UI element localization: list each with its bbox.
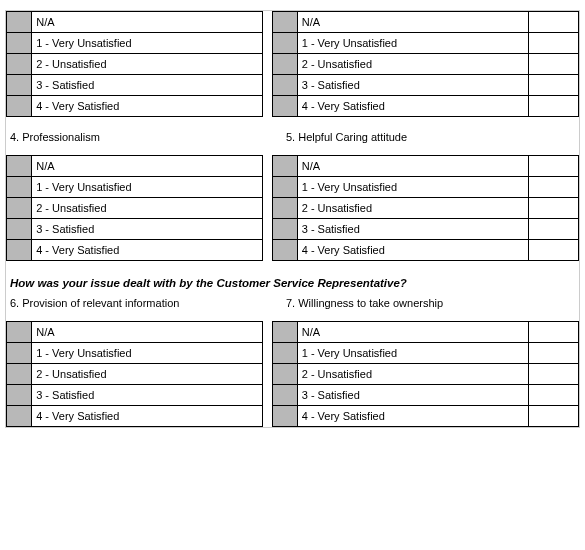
rating-label: 3 - Satisfied: [32, 219, 263, 240]
rating-checkbox[interactable]: [272, 54, 297, 75]
rating-label: 2 - Unsatisfied: [297, 54, 528, 75]
question-6: 6. Provision of relevant information: [10, 297, 286, 309]
table-gap: [263, 322, 272, 343]
rating-checkbox[interactable]: [7, 75, 32, 96]
rating-label: 1 - Very Unsatisfied: [297, 343, 528, 364]
table-extra: [528, 54, 578, 75]
rating-checkbox[interactable]: [272, 177, 297, 198]
rating-checkbox[interactable]: [272, 364, 297, 385]
rating-checkbox[interactable]: [272, 96, 297, 117]
rating-label: N/A: [297, 156, 528, 177]
rating-checkbox[interactable]: [7, 240, 32, 261]
table-extra: [528, 12, 578, 33]
rating-label: 3 - Satisfied: [32, 75, 263, 96]
rating-checkbox[interactable]: [7, 96, 32, 117]
rating-label: 2 - Unsatisfied: [32, 364, 263, 385]
table-row: N/A N/A: [7, 156, 579, 177]
rating-checkbox[interactable]: [272, 12, 297, 33]
table-extra: [528, 343, 578, 364]
rating-checkbox[interactable]: [272, 406, 297, 427]
rating-checkbox[interactable]: [7, 343, 32, 364]
rating-label: 1 - Very Unsatisfied: [32, 33, 263, 54]
table-gap: [263, 385, 272, 406]
rating-checkbox[interactable]: [7, 385, 32, 406]
rating-checkbox[interactable]: [7, 156, 32, 177]
table-extra: [528, 364, 578, 385]
table-row: 3 - Satisfied 3 - Satisfied: [7, 219, 579, 240]
table-gap: [263, 364, 272, 385]
question-7: 7. Willingness to take ownership: [286, 297, 575, 309]
table-extra: [528, 322, 578, 343]
table-row: 2 - Unsatisfied 2 - Unsatisfied: [7, 54, 579, 75]
table-gap: [263, 12, 272, 33]
table-gap: [263, 406, 272, 427]
question-4: 4. Professionalism: [10, 131, 286, 143]
rating-label: 3 - Satisfied: [32, 385, 263, 406]
table-extra: [528, 219, 578, 240]
rating-table-pair-2: N/A N/A 1 - Very Unsatisfied 1 - Very Un…: [6, 155, 579, 261]
rating-table-pair-3: N/A N/A 1 - Very Unsatisfied 1 - Very Un…: [6, 321, 579, 427]
rating-label: 3 - Satisfied: [297, 75, 528, 96]
rating-label: 4 - Very Satisfied: [297, 406, 528, 427]
table-extra: [528, 156, 578, 177]
rating-checkbox[interactable]: [272, 343, 297, 364]
table-row: 4 - Very Satisfied 4 - Very Satisfied: [7, 240, 579, 261]
rating-label: 4 - Very Satisfied: [32, 240, 263, 261]
rating-checkbox[interactable]: [272, 33, 297, 54]
rating-label: 4 - Very Satisfied: [32, 406, 263, 427]
rating-label: 2 - Unsatisfied: [297, 198, 528, 219]
table-gap: [263, 198, 272, 219]
table-gap: [263, 156, 272, 177]
rating-checkbox[interactable]: [7, 198, 32, 219]
table-row: 2 - Unsatisfied 2 - Unsatisfied: [7, 198, 579, 219]
question-row-4-5: 4. Professionalism 5. Helpful Caring att…: [6, 117, 579, 155]
table-extra: [528, 96, 578, 117]
table-gap: [263, 75, 272, 96]
rating-checkbox[interactable]: [7, 177, 32, 198]
rating-label: 3 - Satisfied: [297, 385, 528, 406]
question-row-6-7: 6. Provision of relevant information 7. …: [6, 293, 579, 321]
rating-label: 4 - Very Satisfied: [32, 96, 263, 117]
rating-checkbox[interactable]: [7, 364, 32, 385]
rating-label: 1 - Very Unsatisfied: [32, 177, 263, 198]
table-gap: [263, 177, 272, 198]
table-extra: [528, 75, 578, 96]
rating-checkbox[interactable]: [7, 322, 32, 343]
table-extra: [528, 240, 578, 261]
table-row: N/A N/A: [7, 322, 579, 343]
rating-label: 2 - Unsatisfied: [32, 54, 263, 75]
rating-label: N/A: [297, 322, 528, 343]
rating-checkbox[interactable]: [272, 385, 297, 406]
table-gap: [263, 219, 272, 240]
rating-label: 2 - Unsatisfied: [32, 198, 263, 219]
rating-checkbox[interactable]: [7, 219, 32, 240]
rating-checkbox[interactable]: [272, 219, 297, 240]
table-row: 4 - Very Satisfied 4 - Very Satisfied: [7, 406, 579, 427]
rating-checkbox[interactable]: [272, 198, 297, 219]
table-row: 2 - Unsatisfied 2 - Unsatisfied: [7, 364, 579, 385]
table-row: 1 - Very Unsatisfied 1 - Very Unsatisfie…: [7, 343, 579, 364]
rating-checkbox[interactable]: [272, 156, 297, 177]
table-row: 4 - Very Satisfied 4 - Very Satisfied: [7, 96, 579, 117]
rating-table-pair-1: N/A N/A 1 - Very Unsatisfied 1 - Very Un…: [6, 11, 579, 117]
table-gap: [263, 240, 272, 261]
rating-checkbox[interactable]: [7, 406, 32, 427]
table-gap: [263, 343, 272, 364]
rating-checkbox[interactable]: [7, 33, 32, 54]
rating-label: 1 - Very Unsatisfied: [32, 343, 263, 364]
table-row: 3 - Satisfied 3 - Satisfied: [7, 385, 579, 406]
rating-checkbox[interactable]: [7, 12, 32, 33]
rating-checkbox[interactable]: [272, 322, 297, 343]
rating-checkbox[interactable]: [7, 54, 32, 75]
survey-page: N/A N/A 1 - Very Unsatisfied 1 - Very Un…: [5, 10, 580, 428]
table-extra: [528, 406, 578, 427]
table-row: 3 - Satisfied 3 - Satisfied: [7, 75, 579, 96]
table-extra: [528, 198, 578, 219]
rating-label: 3 - Satisfied: [297, 219, 528, 240]
rating-label: N/A: [32, 322, 263, 343]
rating-checkbox[interactable]: [272, 240, 297, 261]
rating-label: 4 - Very Satisfied: [297, 240, 528, 261]
rating-checkbox[interactable]: [272, 75, 297, 96]
table-row: 1 - Very Unsatisfied 1 - Very Unsatisfie…: [7, 177, 579, 198]
rating-label: N/A: [32, 156, 263, 177]
